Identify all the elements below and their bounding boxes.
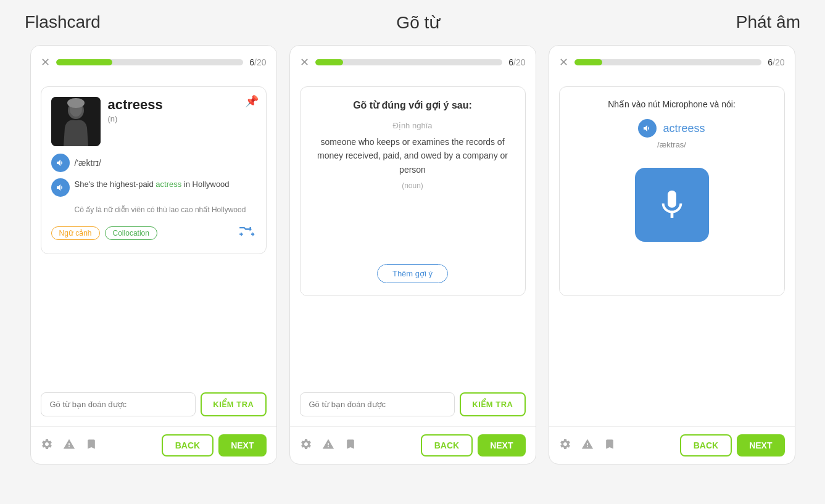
gothu-progress-current: 6: [508, 57, 513, 67]
word-image: [51, 97, 101, 146]
word-title: actreess: [108, 97, 256, 113]
gothu-settings-icon[interactable]: [300, 438, 312, 453]
flashcard-input-row: KIỂM TRA: [31, 382, 276, 426]
flashcard-check-btn[interactable]: KIỂM TRA: [201, 392, 266, 416]
phatam-progress-fill: [574, 59, 603, 65]
flashcard-title: Flashcard: [25, 12, 101, 33]
gothu-guess-input[interactable]: [300, 392, 455, 416]
phatam-card: ✕ 6/20 Nhấn vào nút Microphone và nói: a…: [549, 45, 795, 465]
phatam-audio-btn[interactable]: [638, 119, 657, 138]
gothu-content: Gõ từ đúng với gợi ý sau: Định nghĩa som…: [290, 76, 536, 382]
pronunciation-text: /'æktrɪ/: [75, 158, 101, 168]
phatam-header: ✕ 6/20: [549, 46, 795, 76]
flashcard-progress-total: /20: [254, 57, 266, 67]
tags-row: Ngữ cảnh Collocation: [51, 223, 256, 244]
tags-group: Ngữ cảnh Collocation: [51, 226, 157, 240]
flashcard-header: ✕ 6/20: [31, 46, 276, 76]
tag-ngucanh[interactable]: Ngữ cảnh: [51, 226, 100, 240]
phatam-word-row: actreess: [638, 119, 705, 138]
gothu-inner: Gõ từ đúng với gợi ý sau: Định nghĩa som…: [313, 99, 513, 202]
phatam-footer: BACK NEXT: [549, 426, 795, 464]
phatam-content: Nhấn vào nút Microphone và nói: actreess…: [549, 76, 795, 306]
gothu-footer: BACK NEXT: [290, 426, 536, 464]
pronunciation-row-1: /'æktrɪ/: [51, 154, 256, 172]
phatam-back-btn[interactable]: BACK: [680, 434, 732, 456]
gothu-section-label: Định nghĩa: [313, 121, 513, 130]
pin-icon[interactable]: 📌: [245, 94, 259, 108]
page-header: Flashcard Gõ từ Phát âm: [12, 12, 813, 45]
phatam-instruction: Nhấn vào nút Microphone và nói:: [608, 99, 736, 109]
gothu-header: ✕ 6/20: [290, 46, 536, 76]
flashcard-footer-icons: [41, 438, 97, 453]
gothu-progress-text: 6/20: [508, 57, 525, 67]
flashcard-card: ✕ 6/20 📌: [30, 45, 277, 465]
phatam-close-btn[interactable]: ✕: [559, 56, 568, 69]
gothu-instruction: Gõ từ đúng với gợi ý sau:: [313, 99, 513, 111]
gothu-close-btn[interactable]: ✕: [300, 56, 309, 69]
shuffle-icon[interactable]: [239, 223, 256, 244]
gothu-bookmark-icon[interactable]: [344, 438, 357, 453]
gothu-card: ✕ 6/20 Gõ từ đúng với gợi ý sau: Định ng…: [289, 45, 536, 465]
translation-text: Cô ấy là nữ diễn viên có thù lao cao nhấ…: [51, 204, 256, 215]
flashcard-progress-current: 6: [249, 57, 254, 67]
phatam-pronunciation: /æktras/: [657, 140, 686, 149]
flashcard-nav: BACK NEXT: [162, 434, 267, 456]
gothu-warning-icon[interactable]: [322, 438, 334, 453]
phatam-footer-icons: [559, 438, 616, 453]
flashcard-warning-icon[interactable]: [63, 438, 75, 453]
audio-btn-2[interactable]: [51, 178, 70, 197]
gothu-title-header: Gõ từ: [396, 12, 440, 33]
flashcard-bookmark-icon[interactable]: [85, 438, 97, 453]
gothu-progress-bg: [315, 59, 503, 65]
phatam-nav: BACK NEXT: [680, 434, 785, 456]
gothu-body: Gõ từ đúng với gợi ý sau: Định nghĩa som…: [300, 86, 526, 296]
themgoiy-btn[interactable]: Thêm gợi ý: [377, 264, 448, 283]
phatam-word: actreess: [663, 122, 705, 135]
word-row: actreess (n): [51, 97, 256, 146]
person-silhouette-svg: [51, 97, 101, 146]
phatam-bookmark-icon[interactable]: [603, 438, 616, 453]
example-highlight: actress: [155, 180, 181, 189]
phatam-title-header: Phát âm: [736, 12, 800, 33]
flashcard-progress-fill: [56, 59, 112, 65]
phatam-progress-bg: [574, 59, 762, 65]
flashcard-next-btn[interactable]: NEXT: [218, 434, 266, 456]
gothu-pos: (noun): [313, 181, 513, 190]
flashcard-progress-bg: [56, 59, 244, 65]
phatam-progress-total: /20: [773, 57, 784, 67]
word-title-area: actreess (n): [108, 97, 256, 123]
mic-button[interactable]: [635, 168, 709, 242]
phatam-settings-icon[interactable]: [559, 438, 571, 453]
flashcard-guess-input[interactable]: [41, 392, 196, 416]
gothu-back-btn[interactable]: BACK: [421, 434, 473, 456]
gothu-progress-fill: [315, 59, 344, 65]
phatam-progress-current: 6: [768, 57, 773, 67]
gothu-next-btn[interactable]: NEXT: [478, 434, 525, 456]
gothu-input-row: KIỂM TRA: [290, 382, 536, 426]
flashcard-back-btn[interactable]: BACK: [162, 434, 214, 456]
svg-point-3: [67, 98, 85, 108]
example-row: She's the highest-paid actress in Hollyw…: [51, 178, 256, 197]
flashcard-footer: BACK NEXT: [31, 426, 276, 464]
gothu-check-btn[interactable]: KIỂM TRA: [460, 392, 525, 416]
phatam-next-btn[interactable]: NEXT: [737, 434, 784, 456]
gothu-definition: someone who keeps or examines the record…: [313, 135, 513, 176]
flashcard-settings-icon[interactable]: [41, 438, 53, 453]
flashcard-content: 📌: [31, 76, 276, 382]
cards-container: ✕ 6/20 📌: [12, 45, 813, 465]
example-text: She's the highest-paid actress in Hollyw…: [75, 178, 230, 191]
phatam-spacer: [549, 306, 795, 426]
gothu-nav: BACK NEXT: [421, 434, 526, 456]
flashcard-progress-text: 6/20: [249, 57, 266, 67]
gothu-footer-icons: [300, 438, 357, 453]
audio-btn-1[interactable]: [51, 154, 70, 172]
word-pos: (n): [108, 114, 256, 123]
gothu-progress-total: /20: [513, 57, 525, 67]
phatam-body: Nhấn vào nút Microphone và nói: actreess…: [559, 86, 785, 296]
flashcard-close-btn[interactable]: ✕: [41, 56, 50, 69]
phatam-warning-icon[interactable]: [581, 438, 594, 453]
flashcard-body: 📌: [41, 86, 267, 254]
phatam-progress-text: 6/20: [768, 57, 784, 67]
tag-collocation[interactable]: Collocation: [105, 226, 157, 240]
